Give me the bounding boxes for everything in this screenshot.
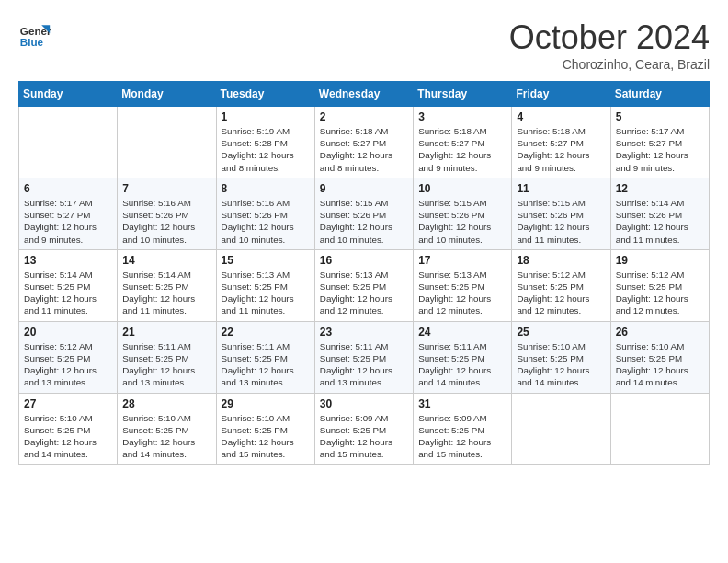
day-info: Sunrise: 5:11 AM Sunset: 5:25 PM Dayligh…	[122, 340, 210, 389]
day-number: 21	[122, 326, 210, 339]
day-info: Sunrise: 5:12 AM Sunset: 5:25 PM Dayligh…	[517, 269, 605, 317]
table-row: 29Sunrise: 5:10 AM Sunset: 5:25 PM Dayli…	[216, 393, 314, 465]
day-number: 31	[418, 397, 506, 410]
day-info: Sunrise: 5:14 AM Sunset: 5:25 PM Dayligh…	[24, 269, 112, 317]
table-row: 7Sunrise: 5:16 AM Sunset: 5:26 PM Daylig…	[118, 178, 216, 249]
day-info: Sunrise: 5:10 AM Sunset: 5:25 PM Dayligh…	[122, 412, 210, 461]
day-number: 22	[222, 326, 310, 339]
day-info: Sunrise: 5:14 AM Sunset: 5:26 PM Dayligh…	[616, 197, 704, 246]
table-row: 28Sunrise: 5:10 AM Sunset: 5:25 PM Dayli…	[118, 393, 216, 465]
day-number: 11	[517, 182, 605, 195]
day-info: Sunrise: 5:11 AM Sunset: 5:25 PM Dayligh…	[222, 340, 310, 389]
day-info: Sunrise: 5:15 AM Sunset: 5:26 PM Dayligh…	[320, 197, 408, 246]
day-number: 19	[616, 254, 704, 267]
day-number: 1	[222, 110, 310, 123]
day-number: 25	[517, 326, 605, 339]
col-sunday: Sunday	[19, 82, 118, 107]
title-section: October 2024 Chorozinho, Ceara, Brazil	[509, 18, 710, 72]
calendar-week-row: 13Sunrise: 5:14 AM Sunset: 5:25 PM Dayli…	[19, 249, 710, 321]
table-row	[512, 393, 610, 465]
table-row: 17Sunrise: 5:13 AM Sunset: 5:25 PM Dayli…	[414, 249, 512, 321]
day-info: Sunrise: 5:12 AM Sunset: 5:25 PM Dayligh…	[24, 340, 112, 389]
day-number: 12	[616, 182, 704, 195]
day-number: 5	[616, 110, 704, 123]
day-number: 3	[418, 110, 506, 123]
calendar-header-row: Sunday Monday Tuesday Wednesday Thursday…	[19, 82, 710, 107]
day-info: Sunrise: 5:09 AM Sunset: 5:25 PM Dayligh…	[320, 412, 408, 461]
col-tuesday: Tuesday	[216, 82, 314, 107]
table-row: 16Sunrise: 5:13 AM Sunset: 5:25 PM Dayli…	[314, 249, 413, 321]
calendar-week-row: 27Sunrise: 5:10 AM Sunset: 5:25 PM Dayli…	[19, 393, 710, 465]
table-row	[610, 393, 709, 465]
day-info: Sunrise: 5:13 AM Sunset: 5:25 PM Dayligh…	[418, 269, 506, 317]
day-number: 4	[517, 110, 605, 123]
day-info: Sunrise: 5:12 AM Sunset: 5:25 PM Dayligh…	[616, 269, 704, 317]
table-row: 25Sunrise: 5:10 AM Sunset: 5:25 PM Dayli…	[512, 321, 610, 393]
table-row: 20Sunrise: 5:12 AM Sunset: 5:25 PM Dayli…	[19, 321, 118, 393]
day-info: Sunrise: 5:13 AM Sunset: 5:25 PM Dayligh…	[320, 269, 408, 317]
day-number: 24	[418, 326, 506, 339]
day-info: Sunrise: 5:13 AM Sunset: 5:25 PM Dayligh…	[222, 269, 310, 317]
day-info: Sunrise: 5:11 AM Sunset: 5:25 PM Dayligh…	[320, 340, 408, 389]
table-row: 26Sunrise: 5:10 AM Sunset: 5:25 PM Dayli…	[610, 321, 709, 393]
day-number: 2	[320, 110, 408, 123]
table-row: 14Sunrise: 5:14 AM Sunset: 5:25 PM Dayli…	[118, 249, 216, 321]
calendar-table: Sunday Monday Tuesday Wednesday Thursday…	[18, 81, 710, 465]
table-row: 8Sunrise: 5:16 AM Sunset: 5:26 PM Daylig…	[216, 178, 314, 249]
day-number: 27	[24, 397, 112, 410]
table-row: 23Sunrise: 5:11 AM Sunset: 5:25 PM Dayli…	[314, 321, 413, 393]
col-saturday: Saturday	[610, 82, 709, 107]
day-info: Sunrise: 5:18 AM Sunset: 5:27 PM Dayligh…	[418, 125, 506, 174]
calendar-week-row: 6Sunrise: 5:17 AM Sunset: 5:27 PM Daylig…	[19, 178, 710, 249]
day-number: 23	[320, 326, 408, 339]
table-row: 22Sunrise: 5:11 AM Sunset: 5:25 PM Dayli…	[216, 321, 314, 393]
table-row: 15Sunrise: 5:13 AM Sunset: 5:25 PM Dayli…	[216, 249, 314, 321]
table-row: 24Sunrise: 5:11 AM Sunset: 5:25 PM Dayli…	[414, 321, 512, 393]
day-number: 30	[320, 397, 408, 410]
day-number: 9	[320, 182, 408, 195]
day-info: Sunrise: 5:18 AM Sunset: 5:27 PM Dayligh…	[517, 125, 605, 174]
day-info: Sunrise: 5:17 AM Sunset: 5:27 PM Dayligh…	[616, 125, 704, 174]
day-number: 14	[122, 254, 210, 267]
day-number: 29	[222, 397, 310, 410]
table-row	[118, 107, 216, 178]
table-row: 30Sunrise: 5:09 AM Sunset: 5:25 PM Dayli…	[314, 393, 413, 465]
table-row: 12Sunrise: 5:14 AM Sunset: 5:26 PM Dayli…	[610, 178, 709, 249]
day-number: 15	[222, 254, 310, 267]
day-info: Sunrise: 5:10 AM Sunset: 5:25 PM Dayligh…	[222, 412, 310, 461]
day-info: Sunrise: 5:15 AM Sunset: 5:26 PM Dayligh…	[517, 197, 605, 246]
day-number: 6	[24, 182, 112, 195]
day-info: Sunrise: 5:19 AM Sunset: 5:28 PM Dayligh…	[222, 125, 310, 174]
calendar-week-row: 20Sunrise: 5:12 AM Sunset: 5:25 PM Dayli…	[19, 321, 710, 393]
table-row	[19, 107, 118, 178]
day-info: Sunrise: 5:10 AM Sunset: 5:25 PM Dayligh…	[616, 340, 704, 389]
table-row: 11Sunrise: 5:15 AM Sunset: 5:26 PM Dayli…	[512, 178, 610, 249]
day-info: Sunrise: 5:14 AM Sunset: 5:25 PM Dayligh…	[122, 269, 210, 317]
col-wednesday: Wednesday	[314, 82, 413, 107]
table-row: 2Sunrise: 5:18 AM Sunset: 5:27 PM Daylig…	[314, 107, 413, 178]
day-number: 13	[24, 254, 112, 267]
logo: General Blue	[18, 18, 51, 52]
day-number: 16	[320, 254, 408, 267]
table-row: 10Sunrise: 5:15 AM Sunset: 5:26 PM Dayli…	[414, 178, 512, 249]
day-info: Sunrise: 5:10 AM Sunset: 5:25 PM Dayligh…	[517, 340, 605, 389]
page-header: General Blue October 2024 Chorozinho, Ce…	[18, 18, 710, 72]
logo-icon: General Blue	[18, 18, 51, 52]
day-info: Sunrise: 5:17 AM Sunset: 5:27 PM Dayligh…	[24, 197, 112, 246]
table-row: 27Sunrise: 5:10 AM Sunset: 5:25 PM Dayli…	[19, 393, 118, 465]
day-number: 26	[616, 326, 704, 339]
day-info: Sunrise: 5:16 AM Sunset: 5:26 PM Dayligh…	[222, 197, 310, 246]
day-number: 17	[418, 254, 506, 267]
table-row: 31Sunrise: 5:09 AM Sunset: 5:25 PM Dayli…	[414, 393, 512, 465]
col-monday: Monday	[118, 82, 216, 107]
day-info: Sunrise: 5:18 AM Sunset: 5:27 PM Dayligh…	[320, 125, 408, 174]
day-info: Sunrise: 5:09 AM Sunset: 5:25 PM Dayligh…	[418, 412, 506, 461]
location-subtitle: Chorozinho, Ceara, Brazil	[509, 57, 710, 72]
table-row: 1Sunrise: 5:19 AM Sunset: 5:28 PM Daylig…	[216, 107, 314, 178]
col-thursday: Thursday	[414, 82, 512, 107]
day-info: Sunrise: 5:15 AM Sunset: 5:26 PM Dayligh…	[418, 197, 506, 246]
table-row: 21Sunrise: 5:11 AM Sunset: 5:25 PM Dayli…	[118, 321, 216, 393]
day-number: 8	[222, 182, 310, 195]
day-info: Sunrise: 5:16 AM Sunset: 5:26 PM Dayligh…	[122, 197, 210, 246]
day-info: Sunrise: 5:11 AM Sunset: 5:25 PM Dayligh…	[418, 340, 506, 389]
